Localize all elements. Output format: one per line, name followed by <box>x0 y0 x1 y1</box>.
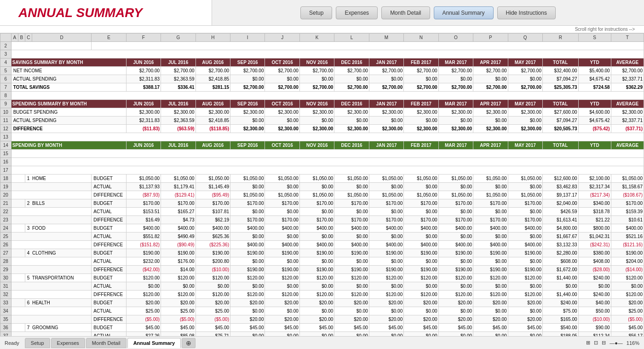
top-area: ANNUAL SUMMARY Setup Expenses Month Deta… <box>0 0 644 26</box>
food-actual-row: 25 ACTUAL $551.82 $490.49 $625.36 $0.00 … <box>0 233 644 241</box>
clothing-budget-row: 27 4 CLOTHING BUDGET $190.00 $190.00 $19… <box>0 249 644 257</box>
col-t: T <box>611 34 644 42</box>
annual-summary-button[interactable]: Annual Summary <box>434 6 494 19</box>
col-k: K <box>299 34 334 42</box>
spending-by-month-header-row: 14 SPENDING BY MONTH JUN 2016 JUL 2016 A… <box>0 141 644 150</box>
savings-aug: AUG 2016 <box>196 58 230 67</box>
col-f: F <box>126 34 161 42</box>
health-actual-row: 34 ACTUAL $25.00 $25.00 $25.00 $0.00 $0.… <box>0 307 644 315</box>
view-break-icon[interactable]: ⊟ <box>602 340 606 346</box>
bills-diff-row: 23 DIFFERENCE $16.49 $4.73 $62.19 $170.0… <box>0 216 644 224</box>
food-budget-row: 24 3 FOOD BUDGET $400.00 $400.00 $400.00… <box>0 224 644 233</box>
health-budget-row: 33 6 HEALTH BUDGET $20.00 $20.00 $20.00 … <box>0 299 644 307</box>
tab-month-detail[interactable]: Month Detail <box>86 338 126 348</box>
col-i: I <box>230 34 265 42</box>
row-8: 8 <box>0 92 644 100</box>
savings-average: AVERAGE <box>611 58 644 67</box>
col-d: D <box>32 34 91 42</box>
col-c: C <box>25 34 32 42</box>
savings-apr: APR 2017 <box>473 58 508 67</box>
month-detail-button[interactable]: Month Detail <box>381 6 430 19</box>
bills-actual-row: 22 ACTUAL $153.51 $165.27 $107.81 $0.00 … <box>0 208 644 216</box>
row-17: 17 <box>0 166 644 174</box>
status-bar: Ready Setup Expenses Month Detail Annual… <box>0 336 644 349</box>
col-r: R <box>542 34 578 42</box>
health-diff-row: 35 DIFFERENCE ($5.00) ($5.00) ($5.00) $2… <box>0 315 644 324</box>
scroll-hint: Scroll right for instructions --> <box>575 27 635 32</box>
transportation-diff-row: 32 DIFFERENCE $120.00 $120.00 $120.00 $1… <box>0 291 644 299</box>
spreadsheet-table: A B C D E F G H I J K L M N O P Q <box>0 33 644 336</box>
savings-jan: JAN 2017 <box>369 58 403 67</box>
net-income-row: 5 NET INCOME $2,700.00 $2,700.00 $2,700.… <box>0 67 644 75</box>
col-e: E <box>92 34 126 42</box>
grid-wrapper: A B C D E F G H I J K L M N O P Q <box>0 33 644 336</box>
tab-annual-summary[interactable]: Annual Summary <box>127 338 181 348</box>
budget-spending-row: 10 BUDGET SPENDING $2,300.00 $2,300.00 $… <box>0 108 644 116</box>
add-sheet-button[interactable]: ⊕ <box>182 338 196 348</box>
col-l: L <box>334 34 369 42</box>
status-left: Ready Setup Expenses Month Detail Annual… <box>5 338 196 348</box>
total-savings-row: 7 TOTAL SAVINGS $388.17 $336.41 $281.15 … <box>0 83 644 92</box>
actual-spending-savings-row: 6 ACTUAL SPENDING $2,311.83 $2,363.59 $2… <box>0 75 644 83</box>
row-15: 15 <box>0 150 644 158</box>
setup-button[interactable]: Setup <box>300 6 332 19</box>
col-s: S <box>578 34 611 42</box>
col-j: J <box>265 34 299 42</box>
col-h: H <box>196 34 230 42</box>
tab-expenses[interactable]: Expenses <box>51 338 85 348</box>
net-income-label: NET INCOME <box>11 67 126 75</box>
tab-setup[interactable]: Setup <box>25 338 50 348</box>
savings-sep: SEP 2016 <box>230 58 265 67</box>
col-n: N <box>404 34 438 42</box>
savings-mar: MAR 2017 <box>438 58 473 67</box>
total-savings-label: TOTAL SAVINGS <box>11 83 126 92</box>
transportation-actual-row: 31 ACTUAL $0.00 $0.00 $0.00 $0.00 $0.00 … <box>0 282 644 291</box>
row-3: 3 <box>0 50 644 58</box>
col-g: G <box>161 34 196 42</box>
ready-label: Ready <box>5 340 19 346</box>
view-normal-icon[interactable]: ⊞ <box>586 340 590 346</box>
grooming-actual-row: 37 ACTUAL $27.26 $85.08 $75.71 $0.00 $0.… <box>0 332 644 337</box>
row-16: 16 <box>0 158 644 166</box>
corner-cell <box>0 34 12 42</box>
savings-section-header: SAVINGS SUMMARY BY MONTH <box>11 58 126 67</box>
actual-spending-summary-row: 11 ACTUAL SPENDING $2,311.83 $2,363.59 $… <box>0 116 644 125</box>
hide-instructions-button[interactable]: Hide Instructions <box>497 6 556 19</box>
clothing-actual-row: 28 ACTUAL $232.00 $176.00 $200.80 $0.00 … <box>0 257 644 266</box>
title-area: ANNUAL SUMMARY <box>0 0 212 25</box>
savings-header-row: 4 SAVINGS SUMMARY BY MONTH JUN 2016 JUL … <box>0 58 644 67</box>
app-container: ANNUAL SUMMARY Setup Expenses Month Deta… <box>0 0 644 349</box>
spending-summary-header-row: 9 SPENDING SUMMARY BY MONTH JUN 2016 JUL… <box>0 100 644 108</box>
difference-summary-row: 12 DIFFERENCE ($11.83) ($63.59) ($118.85… <box>0 125 644 133</box>
col-q: Q <box>508 34 542 42</box>
spending-section-header: SPENDING SUMMARY BY MONTH <box>11 100 126 108</box>
savings-feb: FEB 2017 <box>404 58 438 67</box>
savings-jul: JUL 2016 <box>161 58 196 67</box>
col-header-row: A B C D E F G H I J K L M N O P Q <box>0 34 644 42</box>
clothing-diff-row: 29 DIFFERENCE ($42.00) $14.00 ($10.00) $… <box>0 266 644 274</box>
page-title: ANNUAL SUMMARY <box>18 6 143 20</box>
col-p: P <box>473 34 508 42</box>
buttons-area: Setup Expenses Month Detail Annual Summa… <box>212 0 644 25</box>
savings-total: TOTAL <box>542 58 578 67</box>
view-page-icon[interactable]: ⊡ <box>594 340 598 346</box>
food-diff-row: 26 DIFFERENCE ($151.82) ($90.49) ($225.3… <box>0 241 644 249</box>
home-budget-row: 18 1 HOME BUDGET $1,050.00 $1,050.00 $1,… <box>0 174 644 183</box>
home-actual-row: 19 ACTUAL $1,137.93 $1,179.41 $1,145.49 … <box>0 183 644 191</box>
row-2: 2 <box>0 42 644 50</box>
col-a: A <box>11 34 18 42</box>
col-o: O <box>438 34 473 42</box>
savings-dec: DEC 2016 <box>334 58 369 67</box>
expenses-button[interactable]: Expenses <box>336 6 378 19</box>
transportation-budget-row: 30 5 TRANSPORTATION BUDGET $120.00 $120.… <box>0 274 644 282</box>
actual-spending-savings-label: ACTUAL SPENDING <box>11 75 126 83</box>
savings-may: MAY 2017 <box>508 58 542 67</box>
home-diff-row: 20 DIFFERENCE ($87.93) ($129.41) ($95.49… <box>0 191 644 199</box>
grooming-budget-row: 36 7 GROOMING BUDGET $45.00 $45.00 $45.0… <box>0 324 644 332</box>
savings-ytd: YTD <box>578 58 611 67</box>
status-right: ⊞ ⊡ ⊟ —●— 116% <box>586 340 639 346</box>
zoom-level: 116% <box>627 340 639 346</box>
col-m: M <box>369 34 403 42</box>
savings-oct: OCT 2016 <box>265 58 299 67</box>
zoom-slider[interactable]: —●— <box>610 340 623 346</box>
